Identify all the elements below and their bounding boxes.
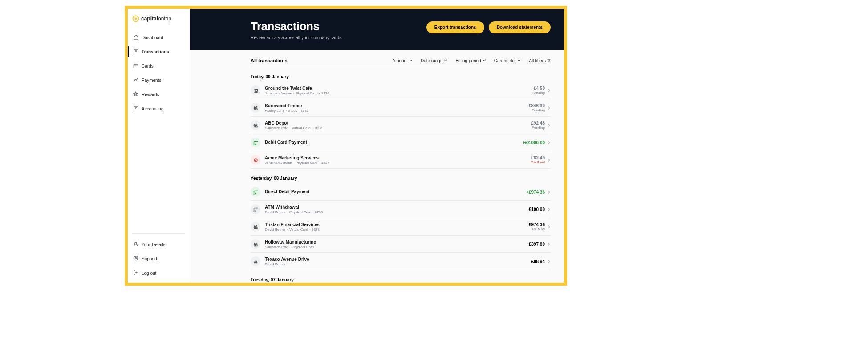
brand-logo: capitalontap (128, 9, 190, 30)
transactions-group-heading: Today, 09 January (251, 74, 551, 79)
export-transactions-button[interactable]: Export transactions (426, 21, 484, 33)
sidebar-item-your-details[interactable]: Your Details (128, 237, 190, 252)
sidebar-item-transactions[interactable]: Transactions (128, 45, 190, 59)
star-icon (133, 91, 138, 98)
support-icon (133, 256, 138, 262)
transaction-status: Declined (531, 160, 545, 165)
transaction-amount: £100.00 (529, 207, 545, 212)
transaction-amount: £397.80 (529, 242, 545, 247)
list-title: All transactions (251, 58, 288, 63)
shapes-icon (251, 120, 260, 130)
transaction-secondary-amount: £915.69 (529, 227, 545, 231)
brand-name-b: ontap (158, 16, 171, 22)
filter-label: Cardholder (494, 58, 516, 63)
transaction-row[interactable]: Debit Card Payment+£2,000.00 (251, 134, 551, 151)
shapes-icon (251, 103, 260, 113)
sidebar-item-label: Your Details (142, 242, 166, 247)
chevron-down-icon (483, 59, 486, 62)
filter-label: Amount (393, 58, 408, 63)
receipt-icon (133, 49, 138, 55)
cart-icon (251, 85, 260, 95)
transaction-row[interactable]: Tristan Financial ServicesDavid BernerVi… (251, 218, 551, 236)
payments-icon (133, 77, 138, 83)
shapes-icon (251, 222, 260, 232)
chevron-right-icon (548, 86, 551, 94)
transaction-title: Surewood Timber (265, 103, 529, 109)
sidebar-item-label: Dashboard (142, 35, 163, 40)
chevron-right-icon (548, 104, 551, 112)
transaction-title: Direct Debit Payment (265, 189, 526, 195)
filter-amount[interactable]: Amount (393, 58, 413, 63)
sidebar-item-label: Payments (142, 78, 161, 83)
transaction-amount: £92.48 (531, 121, 545, 126)
shapes-icon (251, 239, 260, 249)
transaction-meta: Ashley LunaStock3637 (265, 109, 529, 113)
chevron-right-icon (548, 240, 551, 248)
transaction-row[interactable]: Acme Marketing ServicesJonathan JensenPh… (251, 151, 551, 169)
transaction-title: Debit Card Payment (265, 140, 523, 145)
blocked-icon (251, 155, 260, 165)
sidebar-item-label: Rewards (142, 92, 159, 97)
transaction-meta: Salvatore ByrdPhysical Card (265, 245, 529, 249)
sidebar-item-dashboard[interactable]: Dashboard (128, 30, 190, 45)
brand-icon (132, 15, 139, 22)
filter-cardholder[interactable]: Cardholder (494, 58, 521, 63)
transaction-amount: +£2,000.00 (523, 140, 545, 145)
transaction-row[interactable]: Surewood TimberAshley LunaStock3637£846.… (251, 99, 551, 117)
sidebar-item-label: Support (142, 256, 157, 261)
sidebar-item-rewards[interactable]: Rewards (128, 87, 190, 102)
transaction-row[interactable]: Holloway ManufacturingSalvatore ByrdPhys… (251, 236, 551, 253)
sidebar-nav: DashboardTransactionsCardsPaymentsReward… (128, 30, 190, 230)
sidebar-item-label: Log out (142, 271, 156, 276)
filter-date-range[interactable]: Date range (421, 58, 447, 63)
transaction-row[interactable]: ABC DepotSalvatore ByrdVirtual Card7832£… (251, 117, 551, 134)
chevron-down-icon (517, 59, 521, 62)
transaction-amount: £974.36 (529, 222, 545, 227)
sidebar-divider (132, 233, 185, 234)
sidebar-item-label: Transactions (142, 49, 169, 54)
sidebar-item-support[interactable]: Support (128, 252, 190, 266)
page-subtitle: Review activity across all your company … (251, 35, 343, 40)
chevron-right-icon (548, 223, 551, 231)
transaction-amount: £4.50 (532, 86, 545, 91)
sidebar-item-cards[interactable]: Cards (128, 59, 190, 73)
sidebar-item-payments[interactable]: Payments (128, 73, 190, 87)
card-icon (133, 63, 138, 69)
filter-all-filters[interactable]: All filters (529, 58, 551, 63)
transaction-meta: David BernerPhysical Card8293 (265, 210, 529, 214)
transaction-meta: Jonathan JensenPhysical Card1234 (265, 91, 532, 95)
transaction-status: Pending (532, 91, 545, 95)
transaction-title: Acme Marketing Services (265, 155, 531, 161)
brand-name-a: capital (141, 16, 158, 22)
download-statements-button[interactable]: Download statements (489, 21, 551, 33)
transaction-row[interactable]: Direct Debit Payment+£974.36 (251, 183, 551, 201)
chevron-down-icon (409, 59, 413, 62)
svg-point-1 (135, 18, 137, 20)
filter-billing-period[interactable]: Billing period (455, 58, 486, 63)
user-icon (133, 241, 138, 248)
transaction-title: Tristan Financial Services (265, 222, 529, 228)
transaction-status: Pending (529, 108, 545, 113)
home-icon (133, 34, 138, 41)
sidebar-item-label: Accounting (142, 106, 163, 111)
transactions-list: Today, 09 JanuaryGround the Twist CafeJo… (251, 74, 551, 282)
transaction-status: Pending (531, 126, 545, 130)
sidebar-item-accounting[interactable]: Accounting (128, 102, 190, 116)
transaction-title: Texaco Avenue Drive (265, 257, 531, 262)
sidebar-item-log-out[interactable]: Log out (128, 266, 190, 280)
transaction-amount: £846.30 (529, 103, 545, 108)
content: All transactions AmountDate rangeBilling… (190, 50, 564, 283)
chevron-down-icon (444, 59, 447, 62)
transaction-row[interactable]: Texaco Avenue DriveDavid Berner£88.94 (251, 253, 551, 270)
chevron-right-icon (548, 138, 551, 146)
transaction-row[interactable]: Ground the Twist CafeJonathan JensenPhys… (251, 82, 551, 99)
sidebar-footer-nav: Your DetailsSupportLog out (128, 237, 190, 283)
main: Transactions Review activity across all … (190, 9, 564, 283)
transaction-amount: £82.49 (531, 155, 545, 160)
transaction-row[interactable]: ATM WithdrawalDavid BernerPhysical Card8… (251, 201, 551, 218)
chevron-right-icon (548, 188, 551, 196)
transaction-meta: Salvatore ByrdVirtual Card7832 (265, 126, 531, 130)
filter-icon (547, 59, 551, 62)
transaction-title: Ground the Twist Cafe (265, 86, 532, 91)
page-title: Transactions (251, 20, 343, 33)
